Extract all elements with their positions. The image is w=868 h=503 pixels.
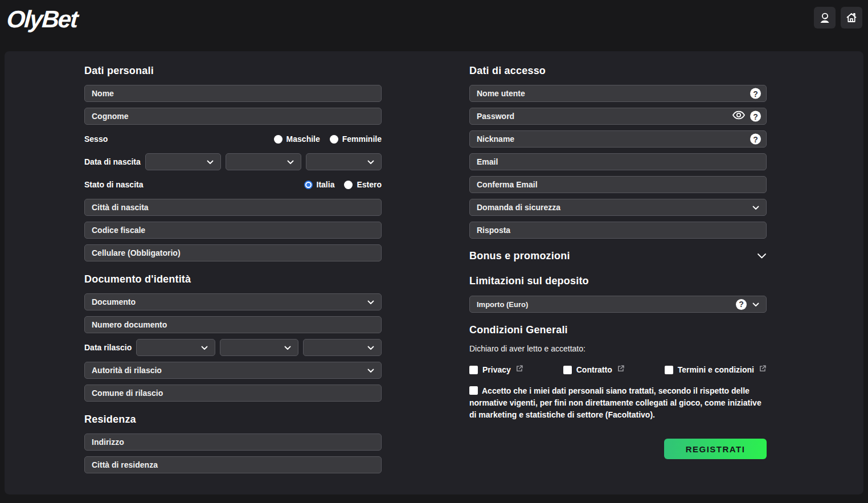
mobile-phone-input[interactable]	[84, 244, 382, 261]
chevron-down-icon[interactable]	[757, 251, 767, 261]
fiscal-code-input[interactable]	[84, 222, 382, 239]
nickname-input[interactable]	[469, 130, 767, 148]
gender-male-option[interactable]: Maschile	[274, 134, 320, 144]
email-input[interactable]	[469, 153, 767, 170]
birth-state-italy-radio[interactable]	[304, 181, 313, 189]
address-input[interactable]	[84, 434, 382, 451]
left-column: Dati personali Sesso Maschile Femminile …	[84, 65, 382, 494]
security-answer-input[interactable]	[469, 222, 767, 239]
external-link-icon[interactable]	[759, 365, 767, 375]
chevron-down-icon	[752, 203, 759, 212]
first-name-field	[84, 85, 382, 102]
terms-checkbox-row: Privacy Contratto	[469, 365, 767, 375]
last-name-input[interactable]	[84, 108, 382, 125]
password-help-icon[interactable]: ?	[750, 111, 761, 122]
olybet-logo[interactable]: OlyBet	[6, 6, 78, 33]
fiscal-code-field	[84, 222, 382, 239]
residence-title: Residenza	[84, 414, 382, 426]
header-actions	[814, 6, 862, 28]
chevron-down-icon	[367, 343, 374, 352]
registration-form-panel: Dati personali Sesso Maschile Femminile …	[5, 51, 863, 494]
issue-day-select[interactable]	[136, 339, 215, 356]
chevron-down-icon	[367, 366, 374, 375]
issue-month-select[interactable]	[220, 339, 298, 356]
birth-state-label: Stato di nascita	[84, 180, 143, 189]
privacy-term-item[interactable]: Privacy	[469, 365, 523, 375]
contract-checkbox[interactable]	[563, 366, 572, 374]
birth-state-italy-label: Italia	[317, 180, 335, 189]
terms-conditions-checkbox[interactable]	[665, 366, 673, 374]
issuing-authority-placeholder: Autorità di rilascio	[92, 366, 367, 375]
contract-term-item[interactable]: Contratto	[563, 365, 625, 375]
username-input[interactable]	[469, 85, 767, 102]
document-number-field	[84, 316, 382, 333]
birth-city-field	[84, 199, 382, 216]
security-question-select[interactable]: Domanda di sicurezza	[469, 199, 767, 216]
marketing-optin-item[interactable]: Accetto che i miei dati personali siano …	[469, 385, 767, 421]
support-button[interactable]	[814, 7, 836, 28]
birth-city-input[interactable]	[84, 199, 382, 216]
document-number-input[interactable]	[84, 316, 382, 333]
birth-day-select[interactable]	[145, 153, 221, 170]
confirm-email-field	[469, 176, 767, 193]
home-icon	[845, 11, 858, 24]
external-link-icon[interactable]	[617, 365, 625, 375]
birth-month-select[interactable]	[226, 153, 301, 170]
chevron-down-icon	[287, 157, 294, 166]
first-name-input[interactable]	[84, 85, 382, 102]
username-field: ?	[469, 85, 767, 102]
residence-city-field	[84, 456, 382, 473]
residence-city-input[interactable]	[84, 456, 382, 473]
deposit-amount-select[interactable]: Importo (Euro) ?	[469, 296, 767, 313]
issuing-municipality-input[interactable]	[84, 385, 382, 402]
contract-label: Contratto	[576, 365, 612, 374]
issue-date-label: Data rilascio	[84, 343, 132, 352]
terms-conditions-term-item[interactable]: Termini e condizioni	[665, 365, 767, 375]
chevron-down-icon	[284, 343, 291, 352]
document-type-select[interactable]: Documento	[84, 293, 382, 310]
gender-row: Sesso Maschile Femminile	[84, 130, 382, 148]
birth-state-abroad-radio[interactable]	[344, 181, 353, 189]
birth-year-select[interactable]	[306, 153, 382, 170]
confirm-email-input[interactable]	[469, 176, 767, 193]
birth-date-label: Data di nascita	[84, 157, 141, 166]
top-header: OlyBet	[0, 0, 868, 51]
issuing-authority-select[interactable]: Autorità di rilascio	[84, 362, 382, 379]
chevron-down-icon	[367, 157, 374, 166]
deposit-amount-placeholder: Importo (Euro)	[477, 300, 736, 309]
password-field: ?	[469, 108, 767, 125]
deposit-amount-help-icon[interactable]: ?	[736, 299, 747, 310]
security-answer-field	[469, 222, 767, 239]
username-help-icon[interactable]: ?	[750, 88, 761, 99]
gender-male-radio[interactable]	[274, 135, 282, 144]
terms-intro-text: Dichiaro di aver letto e accettato:	[469, 344, 767, 353]
nickname-help-icon[interactable]: ?	[750, 134, 761, 145]
show-password-eye-icon[interactable]	[732, 111, 746, 122]
external-link-icon[interactable]	[515, 365, 523, 375]
issue-date-selects	[136, 339, 382, 356]
marketing-optin-text: Accetto che i miei dati personali siano …	[469, 386, 761, 419]
issue-date-row: Data rilascio	[84, 339, 382, 356]
marketing-optin-checkbox[interactable]	[469, 386, 478, 395]
identity-document-title: Documento d'identità	[84, 273, 382, 285]
birth-date-selects	[145, 153, 382, 170]
chevron-down-icon	[207, 157, 214, 166]
issue-year-select[interactable]	[303, 339, 382, 356]
deposit-limits-title: Limitazioni sul deposito	[469, 275, 767, 287]
privacy-checkbox[interactable]	[469, 366, 478, 374]
nickname-field: ?	[469, 130, 767, 148]
birth-state-italy-option[interactable]: Italia	[304, 180, 335, 189]
bonus-promotions-toggle[interactable]: Bonus e promozioni	[469, 250, 767, 262]
gender-label: Sesso	[84, 134, 108, 144]
gender-female-radio[interactable]	[330, 135, 338, 144]
register-button[interactable]: REGISTRATI	[664, 439, 767, 459]
birth-state-abroad-option[interactable]: Estero	[344, 180, 382, 189]
gender-female-label: Femminile	[342, 134, 382, 144]
gender-male-label: Maschile	[286, 134, 320, 144]
right-column: Dati di accesso ? ? ?	[469, 65, 767, 494]
password-input[interactable]	[469, 108, 767, 125]
birth-date-row: Data di nascita	[84, 153, 382, 170]
general-conditions-title: Condizioni Generali	[469, 324, 767, 336]
gender-female-option[interactable]: Femminile	[330, 134, 382, 144]
home-button[interactable]	[841, 7, 862, 28]
